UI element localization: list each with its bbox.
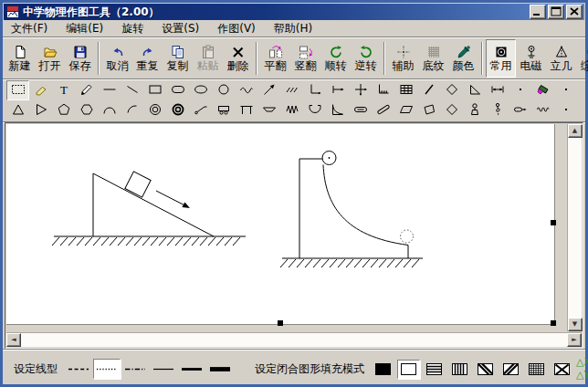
scroll-right-button[interactable]: ►	[567, 333, 582, 347]
palette-tool-halfpipe[interactable]	[303, 100, 326, 120]
palette-tool-shape-right-triangle[interactable]	[463, 80, 486, 100]
palette-tool-shape-pentagon[interactable]	[52, 100, 75, 120]
toolbar-button-redo[interactable]: 重复	[132, 39, 163, 78]
palette-tool-ramp-curve[interactable]	[326, 100, 349, 120]
palette-tool-shape-roundrect[interactable]	[166, 80, 189, 100]
menu-item-rotate[interactable]: 旋转	[121, 21, 143, 37]
palette-tool-shape-rect[interactable]	[143, 80, 166, 100]
line-style-dash-dot[interactable]	[121, 359, 149, 379]
toolbar-button-assist[interactable]: 辅助	[388, 39, 418, 78]
palette-tool-dot-small[interactable]	[509, 80, 531, 100]
toolbar-button-category-solid-geometry[interactable]: 立几	[546, 39, 576, 78]
fill-pattern-vlines[interactable]	[448, 360, 471, 379]
line-style-solid-medium[interactable]	[178, 359, 205, 379]
line-style-dotted[interactable]	[93, 359, 121, 379]
toolbar-button-paste[interactable]: 粘贴	[193, 39, 223, 78]
toolbar-button-category-common[interactable]: 常用	[486, 39, 516, 78]
palette-tool-shape-circle[interactable]	[212, 80, 235, 100]
line-style-dashed[interactable]	[65, 359, 92, 379]
palette-tool-color-brush[interactable]	[531, 80, 554, 100]
palette-tool-dot-small[interactable]	[554, 100, 577, 120]
fill-pattern-bdiag[interactable]	[474, 360, 497, 379]
menu-item-file[interactable]: 文件(F)	[11, 21, 47, 37]
toolbar-button-rotate-ccw[interactable]: 逆转	[351, 39, 381, 78]
fill-pattern-fdiag[interactable]	[499, 360, 522, 379]
fill-pattern-none[interactable]	[397, 360, 420, 379]
fill-pattern-grid[interactable]	[525, 360, 548, 379]
menu-item-help[interactable]: 帮助(H)	[274, 21, 312, 37]
palette-tool-axis-ray[interactable]	[326, 80, 349, 100]
palette-tool-resistor[interactable]	[280, 100, 303, 120]
palette-tool-hook-spring[interactable]	[486, 100, 509, 120]
drawing-page[interactable]	[6, 124, 555, 325]
fill-pattern-diagcross[interactable]	[551, 360, 573, 379]
palette-tool-table-stand[interactable]	[235, 100, 257, 120]
vertical-scrollbar[interactable]: ▲ ▼	[567, 124, 582, 331]
palette-tool-concentric-circles-bold[interactable]	[166, 100, 189, 120]
toolbar-button-new[interactable]: 新建	[5, 39, 35, 78]
palette-tool-cart[interactable]	[212, 100, 235, 120]
toolbar-button-rotate-cw[interactable]: 顺转	[320, 39, 351, 78]
line-style-solid-thin[interactable]	[150, 359, 177, 379]
palette-tool-shape-diamond[interactable]	[440, 80, 463, 100]
palette-tool-capsule[interactable]	[349, 100, 372, 120]
palette-tool-rod[interactable]	[372, 100, 394, 120]
palette-tool-switch-symbol[interactable]	[189, 100, 212, 120]
page-resize-handle-bottom[interactable]	[278, 320, 283, 326]
toolbar-button-delete[interactable]: 删除	[223, 39, 253, 78]
palette-tool-shape-diamond[interactable]	[440, 100, 463, 120]
palette-tool-weight-hook[interactable]	[463, 100, 486, 120]
figure-curved-ramp-with-ball[interactable]	[280, 152, 423, 268]
palette-tool-marquee[interactable]	[6, 80, 29, 100]
palette-tool-axis-cross[interactable]	[349, 80, 372, 100]
palette-tool-arrow-ne[interactable]	[257, 80, 280, 100]
figure-inclined-plane-with-sliding-block[interactable]	[52, 172, 246, 246]
palette-tool-line-horizontal[interactable]	[98, 80, 121, 100]
palette-tool-boat-shape[interactable]	[257, 100, 280, 120]
palette-tool-shape-ellipse[interactable]	[189, 80, 212, 100]
fill-pattern-hlines[interactable]	[423, 360, 446, 379]
scroll-up-button[interactable]: ▲	[568, 124, 583, 138]
horizontal-scrollbar[interactable]: ◄ ►	[6, 332, 582, 347]
toolbar-button-texture[interactable]: 底纹	[418, 39, 448, 78]
palette-tool-double-arrow-h[interactable]	[486, 80, 509, 100]
menu-item-settings[interactable]: 设置(S)	[162, 21, 199, 37]
palette-tool-shape-triangle[interactable]	[6, 100, 29, 120]
palette-tool-shape-triangle-right[interactable]	[29, 100, 52, 120]
palette-tool-slash[interactable]	[417, 80, 440, 100]
palette-tool-ruler-scale[interactable]	[372, 80, 394, 100]
fill-pattern-solid[interactable]	[372, 360, 394, 379]
scroll-left-button[interactable]: ◄	[6, 333, 21, 347]
palette-tool-wave[interactable]	[235, 80, 257, 100]
close-button[interactable]	[566, 5, 583, 19]
toolbar-button-copy[interactable]: 复制	[163, 39, 193, 78]
palette-tool-arc-large[interactable]	[98, 100, 121, 120]
palette-tool-pencil[interactable]	[75, 80, 98, 100]
minimize-button[interactable]	[530, 5, 546, 19]
toolbar-button-flip-vertical[interactable]: 竖翻	[290, 39, 320, 78]
maximize-button[interactable]	[548, 5, 564, 19]
palette-tool-shape-hexagon[interactable]	[75, 100, 98, 120]
toolbar-button-category-composite[interactable]: 综合	[576, 39, 588, 78]
line-style-solid-thick[interactable]	[206, 359, 234, 379]
palette-tool-capsule-pointer[interactable]	[509, 100, 531, 120]
palette-tool-eraser[interactable]	[29, 80, 52, 100]
palette-tool-ground-hatch[interactable]	[280, 80, 303, 100]
scroll-down-button[interactable]: ▼	[568, 318, 583, 331]
toolbar-button-undo[interactable]: 取消	[102, 39, 132, 78]
menu-item-draw[interactable]: 作图(V)	[217, 21, 256, 37]
toolbar-button-category-electromagnetic[interactable]: 电磁	[516, 39, 546, 78]
menu-item-edit[interactable]: 编辑(E)	[66, 21, 103, 37]
page-resize-handle-corner[interactable]	[551, 320, 556, 326]
palette-tool-grid-table[interactable]	[394, 80, 417, 100]
toolbar-button-open[interactable]: 打开	[35, 39, 65, 78]
palette-tool-axis-corner[interactable]	[303, 80, 326, 100]
page-resize-handle-right[interactable]	[551, 220, 556, 225]
palette-tool-dot-small[interactable]	[554, 80, 577, 100]
palette-tool-shape-parallelogram[interactable]	[394, 100, 417, 120]
palette-tool-shape-quad[interactable]	[417, 100, 440, 120]
palette-tool-spring-coil[interactable]	[531, 100, 554, 120]
palette-tool-concentric-circles[interactable]	[143, 100, 166, 120]
palette-tool-arc-small[interactable]	[121, 100, 143, 120]
palette-tool-line-diagonal[interactable]	[121, 80, 143, 100]
